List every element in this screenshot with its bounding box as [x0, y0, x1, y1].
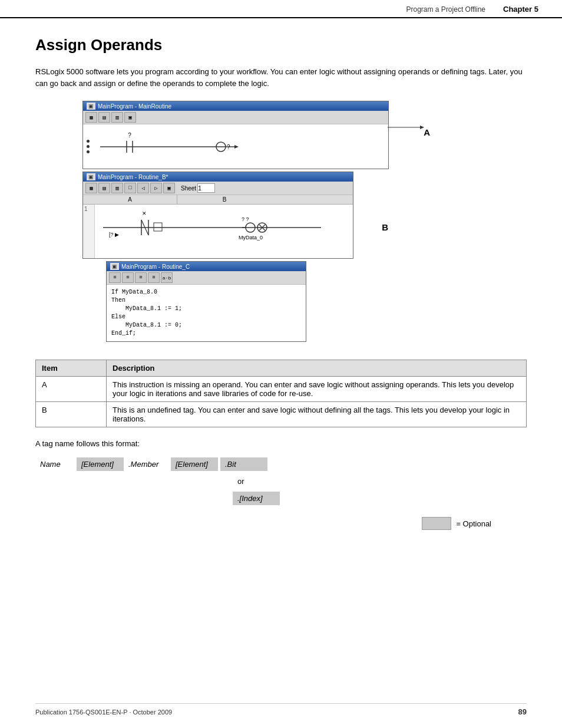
ctb-btn-3[interactable]: ≡: [135, 272, 147, 283]
tag-row-1: Name [Element] .Member [Element] .Bit: [35, 457, 527, 471]
tag-member: .Member: [124, 457, 171, 471]
tag-name-cell: Name: [35, 457, 77, 471]
routine-b-title: MainProgram - Routine_B*: [98, 174, 168, 180]
rtb-btn-6[interactable]: ▷: [150, 183, 162, 193]
dot1: [87, 140, 90, 143]
page-container: Program a Project Offline Chapter 5 Assi…: [0, 0, 562, 728]
svg-text:? ?: ? ?: [242, 216, 249, 222]
ctb-btn-2[interactable]: ≡: [122, 272, 134, 283]
tb-btn-1[interactable]: ▦: [85, 112, 97, 123]
sheet-label: Sheet: [181, 185, 196, 192]
main-routine-window: ▣ MainProgram - MainRoutine ▦ ▤ ▥ ▣: [82, 101, 389, 169]
tb-btn-2[interactable]: ▤: [98, 112, 110, 123]
rtb-btn-1[interactable]: ▦: [85, 183, 97, 193]
tag-format-title: A tag name follows this format:: [35, 439, 527, 448]
table-cell-item-b: B: [36, 402, 107, 427]
rung-num: 1: [83, 205, 95, 258]
table-cell-item-a: A: [36, 377, 107, 402]
ladder-svg-main: ? ?: [94, 130, 242, 163]
code-line-2: Then: [111, 297, 301, 305]
routine-b-window: ▣ MainProgram - Routine_B* ▦ ▤ ▥ □ ◁ ▷ ▣…: [82, 172, 353, 259]
code-line-5: MyData_8.1 := 0;: [111, 321, 301, 330]
main-routine-titlebar: ▣ MainProgram - MainRoutine: [83, 101, 388, 111]
ladder-svg-b: ✕ [? ▶: [97, 207, 333, 254]
svg-text:?: ?: [227, 144, 230, 150]
svg-marker-6: [234, 145, 239, 149]
svg-text:?: ?: [128, 132, 131, 139]
dot3: [87, 150, 90, 153]
rtb-btn-2[interactable]: ▤: [98, 183, 110, 193]
optional-legend: = Optional: [35, 517, 491, 530]
win-icon-c: ▣: [110, 263, 119, 270]
annotation-b: B: [382, 222, 388, 232]
routine-c-toolbar: ≡ ≡ ≡ ≡ a·b: [107, 271, 306, 285]
win-icon-b: ▣: [87, 173, 95, 180]
body-text: RSLogix 5000 software lets you program a…: [35, 66, 527, 89]
tag-index: .[Index]: [233, 492, 280, 505]
rtb-btn-4[interactable]: □: [124, 183, 136, 193]
table-header-item: Item: [36, 360, 107, 377]
footer-publication: Publication 1756-QS001E-EN-P · October 2…: [35, 709, 172, 716]
code-line-4: Else: [111, 313, 301, 321]
page-number: 89: [518, 707, 527, 716]
routine-c-window: ▣ MainProgram - Routine_C ≡ ≡ ≡ ≡ a·b If…: [106, 261, 306, 342]
tb-btn-3[interactable]: ▥: [111, 112, 123, 123]
table-row-a: A This instruction is missing an operand…: [36, 377, 527, 402]
svg-text:✕: ✕: [142, 210, 147, 216]
rtb-btn-3[interactable]: ▥: [111, 183, 123, 193]
tb-btn-4[interactable]: ▣: [124, 112, 136, 123]
main-routine-toolbar: ▦ ▤ ▥ ▣: [83, 111, 388, 124]
page-header: Program a Project Offline Chapter 5: [0, 0, 562, 18]
header-chapter-label: Chapter 5: [503, 5, 538, 14]
table-row-b: B This is an undefined tag. You can ente…: [36, 402, 527, 427]
rtb-btn-7[interactable]: ▣: [163, 183, 175, 193]
ladder-area-b: 1 ✕ [? ▶: [83, 205, 353, 258]
data-table: Item Description A This instruction is m…: [35, 360, 527, 427]
tag-format-section: A tag name follows this format: Name [El…: [35, 439, 527, 530]
ctb-btn-4[interactable]: ≡: [148, 272, 160, 283]
main-content: Assign Operands RSLogix 5000 software le…: [0, 18, 562, 559]
rung-area: ? ?: [87, 128, 385, 165]
tag-or-label: or: [233, 475, 249, 488]
code-line-6: End_if;: [111, 330, 301, 338]
tag-row-2: or: [233, 475, 527, 488]
header-text-group: Program a Project Offline Chapter 5: [406, 5, 538, 14]
tag-bit: .Bit: [220, 457, 267, 471]
routine-b-toolbar: ▦ ▤ ▥ □ ◁ ▷ ▣ Sheet: [83, 182, 353, 195]
routine-c-titlebar: ▣ MainProgram - Routine_C: [107, 262, 306, 271]
code-line-3: MyData_8.1 := 1;: [111, 305, 301, 313]
main-routine-content: ? ?: [83, 124, 388, 169]
code-line-1: If MyData_8.0: [111, 288, 301, 297]
optional-box: [422, 517, 451, 530]
code-area: If MyData_8.0 Then MyData_8.1 := 1; Else…: [107, 285, 306, 341]
main-routine-title: MainProgram - MainRoutine: [98, 103, 171, 110]
rtb-btn-5[interactable]: ◁: [137, 183, 149, 193]
ctb-btn-5[interactable]: a·b: [161, 272, 173, 283]
svg-rect-15: [154, 223, 162, 231]
grid-header: A B: [83, 195, 353, 205]
svg-text:MyData_0: MyData_0: [239, 235, 263, 241]
win-icon: ▣: [87, 103, 95, 110]
table-cell-desc-b: This is an undefined tag. You can enter …: [107, 402, 527, 427]
page-footer: Publication 1756-QS001E-EN-P · October 2…: [35, 703, 527, 716]
tag-format-diagram: Name [Element] .Member [Element] .Bit or…: [35, 457, 527, 505]
svg-marker-8: [420, 126, 424, 129]
screenshot-area: ▣ MainProgram - MainRoutine ▦ ▤ ▥ ▣: [82, 101, 412, 342]
page-title: Assign Operands: [35, 36, 527, 54]
ctb-btn-1[interactable]: ≡: [109, 272, 121, 283]
col-a-header: A: [83, 195, 177, 204]
rung-dots: [87, 140, 90, 153]
rung-content-b: ✕ [? ▶: [95, 205, 353, 258]
tag-element-2: [Element]: [171, 457, 218, 471]
table-cell-desc-a: This instruction is missing an operand. …: [107, 377, 527, 402]
header-chapter-text: Program a Project Offline: [406, 5, 486, 14]
col-b-header: B: [177, 195, 272, 204]
sheet-input[interactable]: [197, 183, 215, 193]
table-header-description: Description: [107, 360, 527, 377]
tag-row-3: .[Index]: [233, 492, 527, 505]
routine-c-title: MainProgram - Routine_C: [121, 263, 190, 270]
arrow-a: [388, 118, 429, 136]
routine-b-titlebar: ▣ MainProgram - Routine_B*: [83, 172, 353, 182]
dot2: [87, 145, 90, 148]
svg-text:[? ▶: [? ▶: [109, 232, 119, 238]
